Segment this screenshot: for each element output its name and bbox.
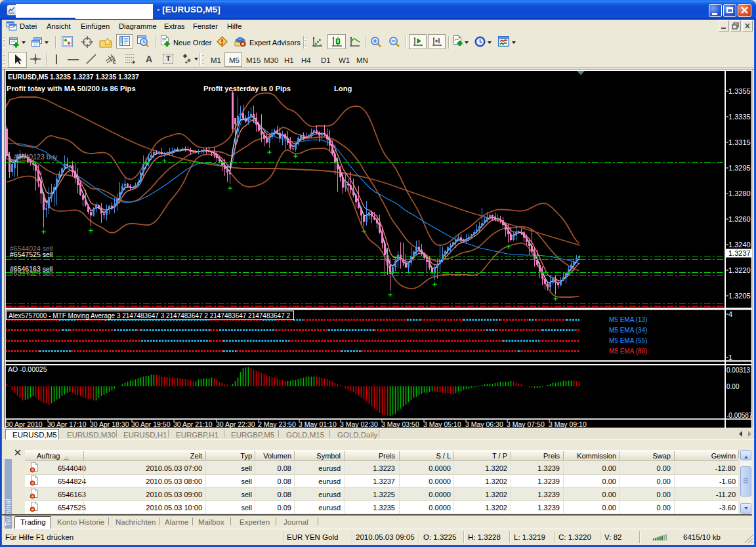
svg-text:0.00: 0.00 [726,383,740,390]
svg-text:AO -0.00025: AO -0.00025 [8,365,47,373]
svg-text:#6544824 sell: #6544824 sell [10,269,52,277]
svg-text:1.3295: 1.3295 [728,164,751,172]
svg-text:1.3315: 1.3315 [728,138,751,146]
svg-text:1.3237: 1.3237 [728,249,751,257]
svg-text:F: F [133,60,135,65]
svg-text:1.3220: 1.3220 [728,266,751,274]
svg-text:Long: Long [334,85,352,92]
svg-text:1.3280: 1.3280 [728,190,751,197]
svg-text:0.00313: 0.00313 [726,367,751,374]
svg-text:Alex5757000 - MTF Moving Avera: Alex5757000 - MTF Moving Average 3 21474… [9,312,290,319]
svg-text:#6547525 sell: #6547525 sell [10,251,52,258]
svg-text:4: 4 [728,310,732,318]
svg-text:1.3205: 1.3205 [728,292,751,300]
svg-text:M5 EMA (89): M5 EMA (89) [609,348,647,355]
svg-text:Profit yesterday is 0 Pips: Profit yesterday is 0 Pips [203,85,291,92]
svg-text:M5 EMA (55): M5 EMA (55) [609,337,647,344]
svg-text:1.3240: 1.3240 [728,241,751,249]
svg-text:EURUSD,M5 1.3235 1.3237 1.323: EURUSD,M5 1.3235 1.3237 1.3235 1.3237 [8,73,139,81]
svg-text:Profit totay with MA 50/200 is: Profit totay with MA 50/200 is 86 Pips [7,85,136,92]
svg-text:1.3355: 1.3355 [728,87,751,95]
svg-text:1.3260: 1.3260 [728,215,751,223]
svg-text:M5 EMA (34): M5 EMA (34) [609,327,647,334]
svg-text:1.3335: 1.3335 [728,113,751,121]
svg-text:#6540123 buy: #6540123 buy [14,153,58,161]
svg-text:E: E [113,60,116,64]
svg-text:1: 1 [728,354,732,361]
svg-text:-0.00587: -0.00587 [726,412,753,419]
svg-text:M5 EMA (13): M5 EMA (13) [609,316,647,323]
